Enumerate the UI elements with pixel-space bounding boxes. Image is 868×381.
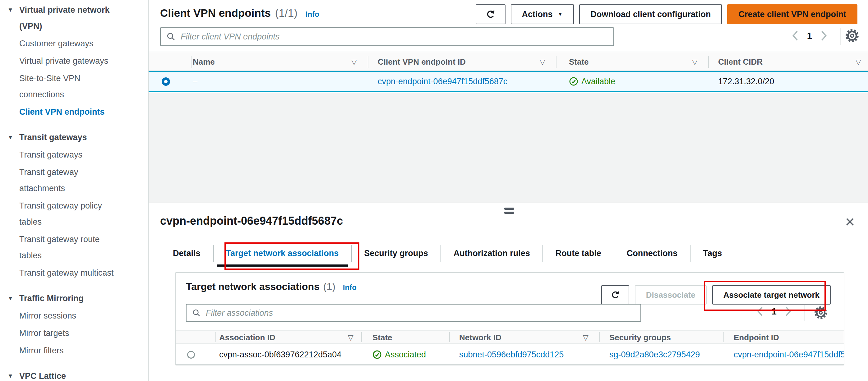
sidebar-section-vpn-header[interactable]: ▼ Virtual private network (VPN) xyxy=(0,2,112,34)
column-header-state[interactable]: State xyxy=(372,331,392,344)
tab-route-table[interactable]: Route table xyxy=(543,241,614,266)
detail-tabs: Details Target network associations Secu… xyxy=(161,241,734,266)
associate-target-network-button[interactable]: Associate target network xyxy=(712,285,831,305)
row-radio-selected[interactable] xyxy=(162,77,170,86)
settings-gear-icon[interactable] xyxy=(814,306,828,319)
sidebar-item-transit-gateway-multicast[interactable]: Transit gateway multicast xyxy=(0,265,122,281)
association-table-row[interactable]: cvpn-assoc-0bf639762212d5a04 Associated … xyxy=(176,344,844,365)
sidebar-section-lattice-header[interactable]: ▼ VPC Lattice xyxy=(0,368,112,381)
cell-network-id-link[interactable]: subnet-0596ebfd975cdd125 xyxy=(459,344,564,365)
cell-association-id: cvpn-assoc-0bf639762212d5a04 xyxy=(219,344,341,365)
sidebar-section-transit-gateways: ▼ Transit gateways Transit gateways Tran… xyxy=(0,129,148,281)
associations-filter-input[interactable] xyxy=(206,308,635,318)
settings-gear-icon[interactable] xyxy=(845,29,859,43)
toolbar-divider xyxy=(804,305,805,321)
column-header-client-cidr[interactable]: Client CIDR xyxy=(718,52,763,71)
cell-security-group-link[interactable]: sg-09d2a80e3c2795429 xyxy=(609,344,700,365)
sidebar-item-customer-gateways[interactable]: Customer gateways xyxy=(0,35,122,52)
filter-network-id-icon[interactable]: ▽ xyxy=(583,331,589,344)
endpoint-filter-input[interactable] xyxy=(181,32,608,42)
search-icon xyxy=(192,309,201,317)
disassociate-button[interactable]: Disassociate xyxy=(635,285,707,305)
previous-page-icon[interactable] xyxy=(792,30,799,42)
sidebar-item-site-to-site-vpn-connections[interactable]: Site-to-Site VPN connections xyxy=(0,70,122,102)
column-header-endpoint-id[interactable]: Client VPN endpoint ID xyxy=(378,52,466,71)
cell-endpoint-id-link[interactable]: cvpn-endpoint-06e947f15ddf5687c xyxy=(378,72,507,91)
empty-table-area xyxy=(149,93,868,202)
status-associated-icon xyxy=(372,350,382,359)
column-divider xyxy=(723,332,724,342)
column-header-security-groups[interactable]: Security groups xyxy=(609,331,671,344)
endpoints-table-header: Name ▽ Client VPN endpoint ID ▽ State ▽ … xyxy=(149,52,868,71)
actions-button[interactable]: Actions ▼ xyxy=(511,4,574,24)
tab-target-network-associations[interactable]: Target network associations xyxy=(214,241,351,266)
tab-details[interactable]: Details xyxy=(161,241,213,266)
column-header-association-id[interactable]: Association ID xyxy=(219,331,275,344)
sidebar-item-virtual-private-gateways[interactable]: Virtual private gateways xyxy=(0,53,122,69)
endpoints-pagination: 1 xyxy=(792,30,828,42)
associations-pagination: 1 xyxy=(757,306,792,317)
sidebar-item-mirror-filters[interactable]: Mirror filters xyxy=(0,343,122,359)
section-expander-icon[interactable]: ▼ xyxy=(7,290,13,307)
sidebar-section-label: Transit gateways xyxy=(19,133,87,142)
column-divider xyxy=(368,56,368,68)
chevron-down-icon: ▼ xyxy=(558,11,563,18)
row-radio-unselected[interactable] xyxy=(187,344,195,365)
sidebar-section-transit-header[interactable]: ▼ Transit gateways xyxy=(0,129,112,146)
sidebar-section-label: VPC Lattice xyxy=(19,371,66,381)
tab-connections[interactable]: Connections xyxy=(614,241,690,266)
page-count: (1/1) xyxy=(275,7,298,19)
section-expander-icon[interactable]: ▼ xyxy=(7,129,13,146)
filter-client-cidr-icon[interactable]: ▽ xyxy=(856,52,861,71)
sidebar-item-mirror-sessions[interactable]: Mirror sessions xyxy=(0,308,122,324)
endpoint-table-row[interactable]: – cvpn-endpoint-06e947f15ddf5687c Availa… xyxy=(149,71,868,92)
filter-association-id-icon[interactable]: ▽ xyxy=(348,331,353,344)
associations-count: (1) xyxy=(323,281,336,292)
close-icon[interactable] xyxy=(844,216,856,227)
column-header-network-id[interactable]: Network ID xyxy=(459,331,501,344)
tab-authorization-rules[interactable]: Authorization rules xyxy=(441,241,542,266)
create-client-vpn-endpoint-button[interactable]: Create client VPN endpoint xyxy=(727,4,858,24)
section-expander-icon[interactable]: ▼ xyxy=(7,2,13,18)
column-divider xyxy=(556,56,557,68)
sidebar: ▼ Virtual private network (VPN) Customer… xyxy=(0,0,149,381)
refresh-button[interactable] xyxy=(476,4,505,24)
sidebar-item-transit-gateways[interactable]: Transit gateways xyxy=(0,147,122,163)
associations-refresh-button[interactable] xyxy=(601,285,629,305)
next-page-icon[interactable] xyxy=(785,306,792,317)
filter-state-icon[interactable]: ▽ xyxy=(692,52,698,71)
vpc-console-screen: ▼ Virtual private network (VPN) Customer… xyxy=(0,0,868,381)
sidebar-item-transit-gateway-route-tables[interactable]: Transit gateway route tables xyxy=(0,231,122,263)
tabs-bottom-rule xyxy=(160,266,857,266)
associations-toolbar: Disassociate Associate target network xyxy=(601,285,831,305)
cell-endpoint-id-link[interactable]: cvpn-endpoint-06e947f15ddf5687c xyxy=(734,344,844,365)
split-panel-drag-handle[interactable] xyxy=(504,208,514,216)
column-divider xyxy=(449,332,450,342)
sidebar-item-client-vpn-endpoints[interactable]: Client VPN endpoints xyxy=(0,104,122,120)
download-client-configuration-button[interactable]: Download client configuration xyxy=(579,4,722,24)
filter-name-icon[interactable]: ▽ xyxy=(351,52,357,71)
next-page-icon[interactable] xyxy=(820,30,828,42)
column-header-state[interactable]: State xyxy=(569,52,589,71)
sidebar-item-mirror-targets[interactable]: Mirror targets xyxy=(0,325,122,341)
sidebar-item-transit-gateway-policy-tables[interactable]: Transit gateway policy tables xyxy=(0,198,122,230)
tab-tags[interactable]: Tags xyxy=(690,241,734,266)
page-heading: Client VPN endpoints (1/1) Info xyxy=(160,7,319,19)
associations-card-heading: Target network associations (1) Info xyxy=(186,281,356,292)
current-page[interactable]: 1 xyxy=(772,307,777,317)
sidebar-section-mirroring-header[interactable]: ▼ Traffic Mirroring xyxy=(0,290,112,307)
section-expander-icon[interactable]: ▼ xyxy=(7,368,13,381)
sidebar-section-label: Virtual private network (VPN) xyxy=(19,5,110,31)
current-page[interactable]: 1 xyxy=(807,31,812,41)
associations-table-header: Association ID ▽ State Network ID ▽ Secu… xyxy=(176,330,844,344)
toolbar-divider xyxy=(840,28,841,45)
info-link[interactable]: Info xyxy=(306,10,319,19)
sidebar-item-transit-gateway-attachments[interactable]: Transit gateway attachments xyxy=(0,164,122,196)
tab-security-groups[interactable]: Security groups xyxy=(352,241,440,266)
detail-panel-title: cvpn-endpoint-06e947f15ddf5687c xyxy=(160,215,343,227)
column-header-endpoint-id[interactable]: Endpoint ID xyxy=(734,331,779,344)
filter-endpoint-id-icon[interactable]: ▽ xyxy=(540,52,545,71)
previous-page-icon[interactable] xyxy=(757,306,764,317)
column-header-name[interactable]: Name xyxy=(193,52,215,71)
associations-info-link[interactable]: Info xyxy=(343,283,356,292)
